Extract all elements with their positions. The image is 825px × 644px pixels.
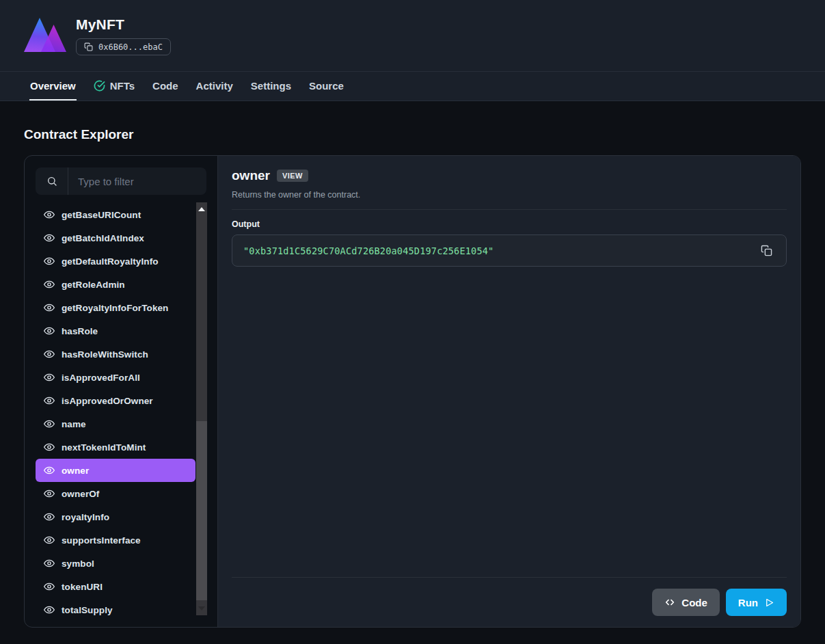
eye-icon [44, 581, 55, 592]
view-state-badge: VIEW [277, 170, 308, 182]
function-sidebar: getBaseURICountgetBatchIdAtIndexgetDefau… [25, 156, 217, 627]
run-button-label: Run [738, 597, 758, 608]
function-item-totalSupply[interactable]: totalSupply [36, 598, 195, 621]
copy-output-button[interactable] [758, 242, 775, 259]
function-filter-input[interactable] [68, 176, 206, 187]
function-item-label: hasRole [62, 326, 98, 336]
tab-label: Source [309, 80, 344, 92]
tab-nfts[interactable]: NFTs [93, 72, 135, 100]
function-item-label: getRoyaltyInfoForToken [62, 303, 168, 313]
eye-icon [44, 302, 55, 313]
eye-icon [44, 535, 55, 546]
code-button[interactable]: Code [652, 589, 720, 616]
function-item-label: nextTokenIdToMint [62, 442, 146, 453]
contract-address-text: 0x6B60...ebaC [98, 42, 163, 52]
function-item-label: symbol [62, 559, 94, 569]
page-title: Contract Explorer [24, 127, 801, 142]
function-item-tokenURI[interactable]: tokenURI [36, 575, 195, 598]
function-item-isApprovedOrOwner[interactable]: isApprovedOrOwner [36, 389, 195, 412]
function-filter [36, 167, 206, 195]
eye-icon [44, 488, 55, 499]
function-item-label: name [62, 419, 86, 429]
function-item-label: isApprovedOrOwner [62, 396, 153, 406]
tab-overview[interactable]: Overview [29, 72, 77, 100]
function-item-label: royaltyInfo [62, 512, 109, 522]
run-button[interactable]: Run [726, 589, 787, 616]
eye-icon [44, 418, 55, 429]
play-icon [764, 598, 774, 608]
eye-icon [44, 256, 55, 267]
code-button-label: Code [681, 597, 707, 608]
eye-icon [44, 604, 55, 615]
eye-icon [44, 511, 55, 522]
function-item-getDefaultRoyaltyInfo[interactable]: getDefaultRoyaltyInfo [36, 250, 195, 273]
function-item-hasRole[interactable]: hasRole [36, 319, 195, 343]
eye-icon [44, 232, 55, 243]
sidebar-scrollbar[interactable] [196, 202, 207, 615]
function-item-label: hasRoleWithSwitch [62, 349, 148, 360]
contract-address-badge[interactable]: 0x6B60...ebaC [76, 38, 171, 55]
function-item-hasRoleWithSwitch[interactable]: hasRoleWithSwitch [36, 343, 195, 366]
function-item-ownerOf[interactable]: ownerOf [36, 482, 195, 505]
contract-title: MyNFT [76, 16, 171, 33]
copy-icon [761, 245, 772, 256]
function-item-isApprovedForAll[interactable]: isApprovedForAll [36, 366, 195, 389]
eye-icon [44, 558, 55, 569]
eye-icon [44, 395, 55, 406]
eye-icon [44, 279, 55, 290]
eye-icon [44, 325, 55, 336]
function-description: Returns the owner of the contract. [232, 190, 787, 200]
eye-icon [44, 209, 55, 220]
app-logo [24, 16, 66, 53]
function-item-label: supportsInterface [62, 535, 141, 546]
tab-activity[interactable]: Activity [195, 72, 234, 100]
eye-icon [44, 442, 55, 453]
tab-label: NFTs [110, 80, 135, 92]
tab-code[interactable]: Code [152, 72, 179, 100]
function-item-getBaseURICount[interactable]: getBaseURICount [36, 203, 195, 226]
contract-tab-bar: OverviewNFTsCodeActivitySettingsSource [0, 71, 825, 101]
function-item-label: getBaseURICount [62, 210, 141, 220]
function-item-symbol[interactable]: symbol [36, 552, 195, 575]
function-item-label: isApprovedForAll [62, 373, 140, 383]
output-value: "0xb371d1C5629C70ACd726B20a045D197c256E1… [243, 245, 751, 256]
copy-icon [84, 42, 93, 51]
scrollbar-up-arrow-icon[interactable] [196, 204, 207, 215]
tab-label: Code [152, 80, 178, 92]
function-item-label: tokenURI [62, 582, 103, 592]
tab-source[interactable]: Source [308, 72, 344, 100]
header-divider [232, 209, 787, 210]
panel-footer: Code Run [232, 577, 787, 616]
function-detail-panel: owner VIEW Returns the owner of the cont… [217, 156, 800, 627]
code-brackets-icon [664, 597, 675, 608]
tab-settings[interactable]: Settings [250, 72, 292, 100]
tab-label: Activity [196, 80, 233, 92]
scrollbar-down-arrow-icon[interactable] [196, 603, 207, 614]
search-icon [36, 167, 68, 195]
function-item-getRoyaltyInfoForToken[interactable]: getRoyaltyInfoForToken [36, 296, 195, 319]
eye-icon [44, 465, 55, 476]
eye-icon [44, 349, 55, 360]
function-item-label: getDefaultRoyaltyInfo [62, 256, 159, 267]
function-item-owner[interactable]: owner [36, 459, 195, 482]
app-header: MyNFT 0x6B60...ebaC [0, 0, 825, 71]
output-label: Output [232, 219, 787, 229]
function-item-getBatchIdAtIndex[interactable]: getBatchIdAtIndex [36, 226, 195, 250]
eye-icon [44, 372, 55, 383]
function-item-supportsInterface[interactable]: supportsInterface [36, 528, 195, 552]
contract-explorer-card: getBaseURICountgetBatchIdAtIndexgetDefau… [24, 155, 801, 628]
function-item-label: ownerOf [62, 489, 99, 499]
scrollbar-thumb[interactable] [196, 421, 207, 600]
output-box: "0xb371d1C5629C70ACd726B20a045D197c256E1… [232, 234, 787, 267]
function-item-getRoleAdmin[interactable]: getRoleAdmin [36, 273, 195, 296]
check-circle-icon [94, 80, 105, 92]
tab-label: Settings [251, 80, 291, 92]
function-item-name[interactable]: name [36, 412, 195, 435]
function-name-title: owner [232, 168, 270, 183]
function-item-label: totalSupply [62, 605, 113, 615]
function-item-label: owner [62, 466, 89, 476]
function-item-label: getBatchIdAtIndex [62, 233, 144, 243]
function-item-royaltyInfo[interactable]: royaltyInfo [36, 505, 195, 528]
function-item-label: getRoleAdmin [62, 280, 125, 290]
function-item-nextTokenIdToMint[interactable]: nextTokenIdToMint [36, 435, 195, 459]
